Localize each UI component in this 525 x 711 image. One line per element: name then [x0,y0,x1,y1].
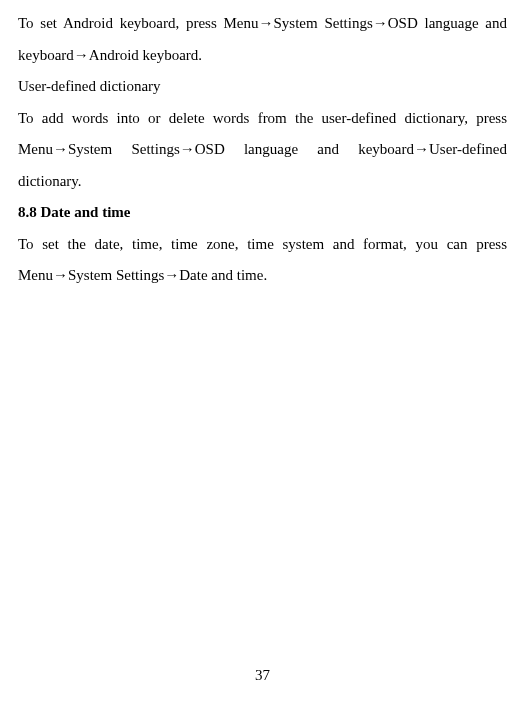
paragraph-date-time-instr: To set the date, time, time zone, time s… [18,229,507,292]
paragraph-user-dict-label: User-defined dictionary [18,71,507,103]
heading-date-time: 8.8 Date and time [18,197,507,229]
page-number: 37 [0,660,525,692]
paragraph-android-keyboard: To set Android keyboard, press Menu→Syst… [18,8,507,71]
paragraph-user-dict-instr: To add words into or delete words from t… [18,103,507,198]
